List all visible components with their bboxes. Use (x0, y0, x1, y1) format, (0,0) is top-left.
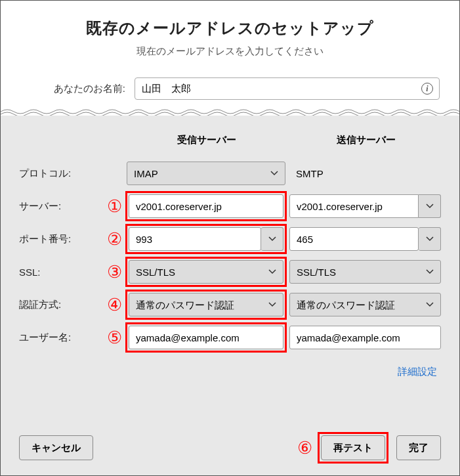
user-outgoing-input[interactable] (289, 326, 441, 349)
callout-3: ③ (103, 263, 125, 280)
name-label: あなたのお名前: (20, 83, 125, 95)
callout-5: ⑤ (103, 329, 125, 346)
port-incoming-input[interactable] (129, 227, 261, 251)
auth-incoming-select[interactable]: 通常のパスワード認証 (129, 293, 283, 316)
row-ssl: SSL: ③ SSL/TLS SSL/TLS (19, 255, 441, 288)
label-server: サーバー: (19, 200, 103, 213)
row-auth: 認証方式: ④ 通常のパスワード認証 通常のパスワード認証 (19, 288, 441, 321)
header-outgoing: 送信サーバー (291, 134, 441, 146)
retest-button[interactable]: 再テスト (321, 435, 385, 460)
port-outgoing-dropdown[interactable] (419, 227, 441, 251)
callout-4: ④ (103, 296, 125, 313)
name-row: あなたのお名前: i (1, 71, 459, 108)
server-outgoing-dropdown[interactable] (419, 194, 441, 218)
row-server: サーバー: ① (19, 190, 441, 223)
dialog-title: 既存のメールアドレスのセットアップ (14, 18, 446, 39)
label-ssl: SSL: (19, 267, 103, 278)
label-auth: 認証方式: (19, 299, 103, 311)
callout-6: ⑥ (297, 438, 312, 458)
callout-2: ② (103, 230, 125, 248)
label-user: ユーザー名: (19, 332, 103, 344)
server-incoming-input[interactable] (129, 194, 283, 218)
setup-dialog: 既存のメールアドレスのセットアップ 現在のメールアドレスを入力してください あな… (1, 1, 459, 475)
ssl-outgoing-select[interactable]: SSL/TLS (289, 260, 441, 284)
dialog-footer: キャンセル ⑥ 再テスト 完了 (19, 416, 441, 464)
user-incoming-input[interactable] (129, 326, 283, 349)
ssl-incoming-select[interactable]: SSL/TLS (129, 260, 283, 284)
header-incoming: 受信サーバー (125, 134, 288, 146)
row-user: ユーザー名: ⑤ (19, 321, 441, 354)
row-protocol: プロトコル: IMAP SMTP (19, 157, 441, 190)
label-protocol: プロトコル: (19, 167, 103, 180)
info-icon[interactable]: i (421, 83, 433, 95)
cancel-button[interactable]: キャンセル (19, 435, 93, 460)
row-port: ポート番号: ② (19, 223, 441, 255)
callout-1: ① (103, 198, 125, 215)
port-outgoing-input[interactable] (289, 227, 419, 251)
protocol-incoming-select[interactable]: IMAP (127, 162, 285, 185)
column-headers: 受信サーバー 送信サーバー (19, 134, 441, 146)
name-input[interactable] (135, 77, 440, 100)
advanced-settings-link[interactable]: 詳細設定 (398, 366, 437, 377)
label-port: ポート番号: (19, 233, 103, 246)
server-outgoing-input[interactable] (289, 194, 419, 218)
dialog-header: 既存のメールアドレスのセットアップ 現在のメールアドレスを入力してください (1, 1, 459, 71)
protocol-outgoing-text: SMTP (289, 162, 441, 185)
port-incoming-dropdown[interactable] (261, 227, 283, 251)
dialog-subtitle: 現在のメールアドレスを入力してください (14, 45, 446, 58)
auth-outgoing-select[interactable]: 通常のパスワード認証 (289, 293, 441, 316)
done-button[interactable]: 完了 (396, 435, 441, 460)
server-settings-panel: 受信サーバー 送信サーバー プロトコル: IMAP SMTP サーバー: ① (1, 116, 459, 475)
divider-wave (1, 108, 459, 116)
